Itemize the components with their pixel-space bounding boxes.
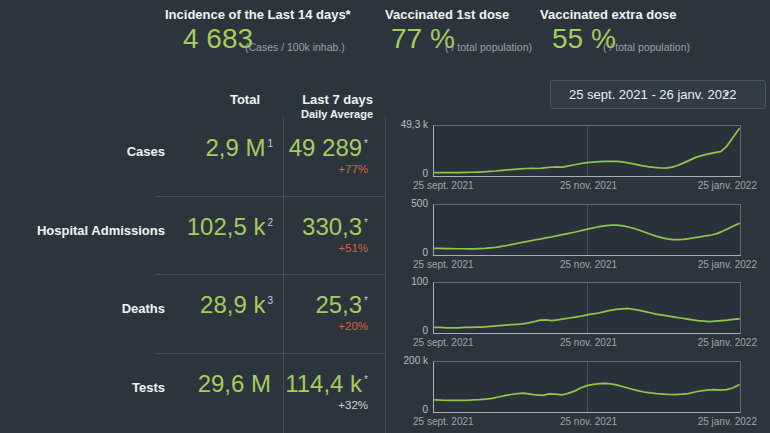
footnote-marker: * <box>364 295 368 306</box>
y-axis-min-label: 0 <box>385 325 428 336</box>
table-row-deaths: Deaths 28,9 k3 25,3* +20% 100 0 25 sept.… <box>0 274 770 353</box>
x-axis-label: 25 janv. 2022 <box>698 259 757 270</box>
chevron-down-icon: ▾ <box>724 89 729 99</box>
value-text: 49 289 <box>289 134 362 161</box>
value-text: 114,4 k <box>285 370 362 397</box>
footnote-marker: * <box>364 374 368 385</box>
x-axis-label: 25 sept. 2021 <box>413 416 474 427</box>
daily-average-value: 25,3* <box>283 291 368 319</box>
percent-change: +20% <box>283 320 368 332</box>
date-range-value: 25 sept. 2021 - 26 janv. 2022 <box>569 87 736 102</box>
row-label: Hospital Admissions <box>0 223 165 238</box>
footnote-marker: * <box>364 217 368 228</box>
kpi-vaccinated-extra-dose-caption: ( / total population) <box>603 41 690 53</box>
footnote-marker: * <box>364 138 368 149</box>
value-text: 25,3 <box>315 291 362 318</box>
x-axis-label: 25 nov. 2021 <box>531 416 646 427</box>
percent-change: +77% <box>283 163 368 175</box>
kpi-vaccinated-1st-dose-title: Vaccinated 1st dose <box>385 7 509 22</box>
percent-change: +32% <box>283 399 368 411</box>
plot-area <box>433 204 741 256</box>
total-value: 29,6 M <box>155 370 273 398</box>
total-value: 28,9 k3 <box>155 291 273 319</box>
table-row-hospital-admissions: Hospital Admissions 102,5 k2 330,3* +51%… <box>0 196 770 274</box>
date-range-select[interactable]: 25 sept. 2021 - 26 janv. 2022 ▾ <box>550 80 766 109</box>
x-axis-label: 25 sept. 2021 <box>413 180 474 191</box>
x-axis-label: 25 nov. 2021 <box>531 180 646 191</box>
total-value: 102,5 k2 <box>155 213 273 241</box>
footnote-marker: 2 <box>267 217 273 228</box>
row-label: Deaths <box>0 301 165 316</box>
y-axis-max-label: 100 <box>385 276 428 287</box>
column-header-last-7-days: Last 7 days <box>285 92 373 107</box>
x-axis-label: 25 janv. 2022 <box>698 180 757 191</box>
daily-average-value: 49 289* <box>283 134 368 162</box>
y-axis-max-label: 49,3 k <box>385 119 428 130</box>
total-value: 2,9 M1 <box>155 134 273 162</box>
y-axis-min-label: 0 <box>385 168 428 179</box>
percent-change: +51% <box>283 242 368 254</box>
value-text: 330,3 <box>302 213 362 240</box>
kpi-incidence-title: Incidence of the Last 14 days* <box>165 7 351 22</box>
sparkline-chart-cases: 49,3 k 0 25 sept. 2021 25 nov. 2021 25 j… <box>385 117 770 196</box>
footnote-marker: 1 <box>267 138 273 149</box>
x-axis-label: 25 nov. 2021 <box>531 259 646 270</box>
kpi-vaccinated-1st-dose-caption: ( / total population) <box>445 41 532 53</box>
row-label: Tests <box>0 380 165 395</box>
plot-area <box>433 125 741 177</box>
daily-average-value: 114,4 k* <box>283 370 368 398</box>
value-text: 102,5 k <box>187 213 266 240</box>
kpi-vaccinated-extra-dose-title: Vaccinated extra dose <box>540 7 677 22</box>
plot-area <box>433 282 741 334</box>
sparkline-chart-deaths: 100 0 25 sept. 2021 25 nov. 2021 25 janv… <box>385 274 770 353</box>
value-text: 2,9 M <box>205 134 265 161</box>
y-axis-min-label: 0 <box>385 247 428 258</box>
kpi-incidence-caption: (Cases / 100k inhab.) <box>245 41 345 53</box>
y-axis-min-label: 0 <box>385 404 428 415</box>
kpi-incidence-value: 4 683 <box>183 23 253 55</box>
sparkline-chart-hospital-admissions: 500 0 25 sept. 2021 25 nov. 2021 25 janv… <box>385 196 770 274</box>
table-row-tests: Tests 29,6 M 114,4 k* +32% 200 k 0 25 se… <box>0 353 770 433</box>
row-label: Cases <box>0 144 165 159</box>
sparkline-chart-tests: 200 k 0 25 sept. 2021 25 nov. 2021 25 ja… <box>385 353 770 433</box>
x-axis-label: 25 sept. 2021 <box>413 337 474 348</box>
y-axis-max-label: 500 <box>385 198 428 209</box>
y-axis-max-label: 200 k <box>385 355 428 366</box>
table-row-cases: Cases 2,9 M1 49 289* +77% 49,3 k 0 25 se… <box>0 117 770 196</box>
value-text: 29,6 M <box>198 370 271 397</box>
daily-average-value: 330,3* <box>283 213 368 241</box>
x-axis-label: 25 janv. 2022 <box>698 337 757 348</box>
value-text: 28,9 k <box>200 291 265 318</box>
plot-area <box>433 361 741 413</box>
x-axis-label: 25 sept. 2021 <box>413 259 474 270</box>
footnote-marker: 3 <box>267 295 273 306</box>
column-header-total: Total <box>155 92 260 107</box>
x-axis-label: 25 nov. 2021 <box>531 337 646 348</box>
x-axis-label: 25 janv. 2022 <box>698 416 757 427</box>
